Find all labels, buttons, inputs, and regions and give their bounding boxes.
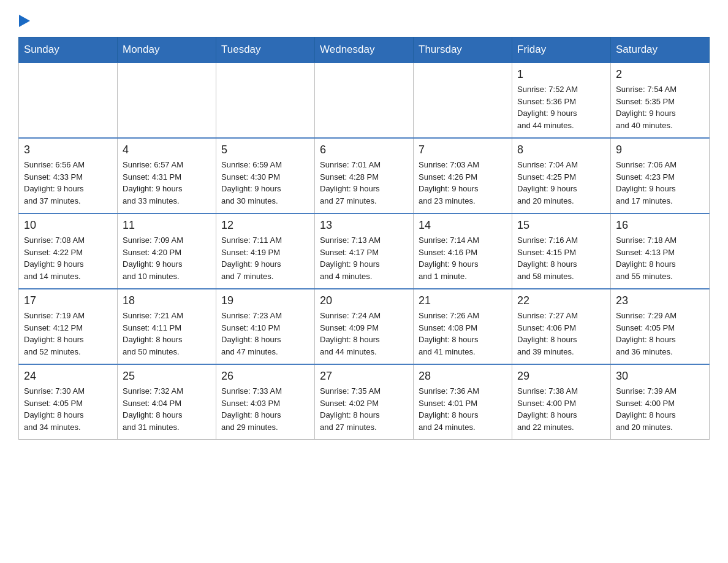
day-number: 30 — [616, 370, 704, 383]
day-number: 20 — [320, 294, 408, 307]
calendar-cell: 14Sunrise: 7:14 AM Sunset: 4:16 PM Dayli… — [414, 213, 512, 289]
calendar-cell: 23Sunrise: 7:29 AM Sunset: 4:05 PM Dayli… — [611, 289, 710, 364]
day-info: Sunrise: 6:56 AM Sunset: 4:33 PM Dayligh… — [24, 159, 112, 207]
day-number: 7 — [419, 144, 507, 156]
logo-triangle-icon — [19, 12, 31, 29]
day-info: Sunrise: 6:59 AM Sunset: 4:30 PM Dayligh… — [221, 159, 309, 207]
calendar-cell: 9Sunrise: 7:06 AM Sunset: 4:23 PM Daylig… — [611, 138, 710, 213]
day-number: 21 — [419, 294, 507, 307]
day-info: Sunrise: 7:14 AM Sunset: 4:16 PM Dayligh… — [419, 234, 507, 282]
day-info: Sunrise: 7:26 AM Sunset: 4:08 PM Dayligh… — [419, 310, 507, 358]
day-info: Sunrise: 7:08 AM Sunset: 4:22 PM Dayligh… — [24, 234, 112, 282]
weekday-header-sunday: Sunday — [19, 37, 118, 63]
svg-marker-0 — [19, 15, 30, 27]
logo-area — [18, 12, 32, 27]
calendar-cell — [216, 63, 315, 138]
day-info: Sunrise: 7:13 AM Sunset: 4:17 PM Dayligh… — [320, 234, 408, 282]
day-info: Sunrise: 7:38 AM Sunset: 4:00 PM Dayligh… — [517, 385, 605, 433]
day-info: Sunrise: 7:18 AM Sunset: 4:13 PM Dayligh… — [616, 234, 704, 282]
calendar-cell: 2Sunrise: 7:54 AM Sunset: 5:35 PM Daylig… — [611, 63, 710, 138]
day-number: 9 — [616, 144, 704, 156]
calendar-cell: 10Sunrise: 7:08 AM Sunset: 4:22 PM Dayli… — [19, 213, 118, 289]
day-number: 1 — [517, 68, 605, 81]
calendar-cell: 5Sunrise: 6:59 AM Sunset: 4:30 PM Daylig… — [216, 138, 315, 213]
calendar-cell: 7Sunrise: 7:03 AM Sunset: 4:26 PM Daylig… — [414, 138, 512, 213]
calendar-cell: 6Sunrise: 7:01 AM Sunset: 4:28 PM Daylig… — [315, 138, 414, 213]
day-info: Sunrise: 7:11 AM Sunset: 4:19 PM Dayligh… — [221, 234, 309, 282]
day-info: Sunrise: 7:27 AM Sunset: 4:06 PM Dayligh… — [517, 310, 605, 358]
day-info: Sunrise: 6:57 AM Sunset: 4:31 PM Dayligh… — [123, 159, 211, 207]
day-number: 15 — [517, 219, 605, 232]
calendar-cell — [19, 63, 118, 138]
day-info: Sunrise: 7:04 AM Sunset: 4:25 PM Dayligh… — [517, 159, 605, 207]
day-info: Sunrise: 7:19 AM Sunset: 4:12 PM Dayligh… — [24, 310, 112, 358]
day-number: 26 — [221, 370, 309, 383]
day-info: Sunrise: 7:54 AM Sunset: 5:35 PM Dayligh… — [616, 83, 704, 131]
week-row-5: 24Sunrise: 7:30 AM Sunset: 4:05 PM Dayli… — [19, 364, 710, 440]
day-info: Sunrise: 7:16 AM Sunset: 4:15 PM Dayligh… — [517, 234, 605, 282]
calendar-cell: 25Sunrise: 7:32 AM Sunset: 4:04 PM Dayli… — [118, 364, 216, 440]
calendar-cell: 1Sunrise: 7:52 AM Sunset: 5:36 PM Daylig… — [512, 63, 611, 138]
calendar-cell: 26Sunrise: 7:33 AM Sunset: 4:03 PM Dayli… — [216, 364, 315, 440]
day-info: Sunrise: 7:30 AM Sunset: 4:05 PM Dayligh… — [24, 385, 112, 433]
calendar-cell — [118, 63, 216, 138]
weekday-header-saturday: Saturday — [611, 37, 710, 63]
calendar-cell: 4Sunrise: 6:57 AM Sunset: 4:31 PM Daylig… — [118, 138, 216, 213]
day-number: 17 — [24, 294, 112, 307]
day-number: 4 — [123, 144, 211, 156]
day-info: Sunrise: 7:36 AM Sunset: 4:01 PM Dayligh… — [419, 385, 507, 433]
day-number: 6 — [320, 144, 408, 156]
day-info: Sunrise: 7:39 AM Sunset: 4:00 PM Dayligh… — [616, 385, 704, 433]
calendar-cell: 30Sunrise: 7:39 AM Sunset: 4:00 PM Dayli… — [611, 364, 710, 440]
day-info: Sunrise: 7:29 AM Sunset: 4:05 PM Dayligh… — [616, 310, 704, 358]
weekday-header-thursday: Thursday — [414, 37, 512, 63]
calendar-cell: 27Sunrise: 7:35 AM Sunset: 4:02 PM Dayli… — [315, 364, 414, 440]
day-info: Sunrise: 7:03 AM Sunset: 4:26 PM Dayligh… — [419, 159, 507, 207]
day-info: Sunrise: 7:35 AM Sunset: 4:02 PM Dayligh… — [320, 385, 408, 433]
weekday-header-monday: Monday — [118, 37, 216, 63]
calendar-cell: 15Sunrise: 7:16 AM Sunset: 4:15 PM Dayli… — [512, 213, 611, 289]
day-info: Sunrise: 7:06 AM Sunset: 4:23 PM Dayligh… — [616, 159, 704, 207]
day-number: 14 — [419, 219, 507, 232]
week-row-4: 17Sunrise: 7:19 AM Sunset: 4:12 PM Dayli… — [19, 289, 710, 364]
weekday-header-row: SundayMondayTuesdayWednesdayThursdayFrid… — [19, 37, 710, 63]
calendar-cell: 18Sunrise: 7:21 AM Sunset: 4:11 PM Dayli… — [118, 289, 216, 364]
day-number: 29 — [517, 370, 605, 383]
day-number: 8 — [517, 144, 605, 156]
weekday-header-tuesday: Tuesday — [216, 37, 315, 63]
day-number: 12 — [221, 219, 309, 232]
day-number: 10 — [24, 219, 112, 232]
calendar-cell — [315, 63, 414, 138]
calendar-cell: 3Sunrise: 6:56 AM Sunset: 4:33 PM Daylig… — [19, 138, 118, 213]
calendar-cell: 17Sunrise: 7:19 AM Sunset: 4:12 PM Dayli… — [19, 289, 118, 364]
day-number: 18 — [123, 294, 211, 307]
calendar-cell: 21Sunrise: 7:26 AM Sunset: 4:08 PM Dayli… — [414, 289, 512, 364]
calendar-cell: 28Sunrise: 7:36 AM Sunset: 4:01 PM Dayli… — [414, 364, 512, 440]
calendar-cell: 13Sunrise: 7:13 AM Sunset: 4:17 PM Dayli… — [315, 213, 414, 289]
week-row-2: 3Sunrise: 6:56 AM Sunset: 4:33 PM Daylig… — [19, 138, 710, 213]
day-info: Sunrise: 7:23 AM Sunset: 4:10 PM Dayligh… — [221, 310, 309, 358]
calendar-cell: 11Sunrise: 7:09 AM Sunset: 4:20 PM Dayli… — [118, 213, 216, 289]
week-row-1: 1Sunrise: 7:52 AM Sunset: 5:36 PM Daylig… — [19, 63, 710, 138]
day-info: Sunrise: 7:32 AM Sunset: 4:04 PM Dayligh… — [123, 385, 211, 433]
weekday-header-friday: Friday — [512, 37, 611, 63]
calendar-cell: 20Sunrise: 7:24 AM Sunset: 4:09 PM Dayli… — [315, 289, 414, 364]
day-number: 13 — [320, 219, 408, 232]
calendar-cell — [414, 63, 512, 138]
week-row-3: 10Sunrise: 7:08 AM Sunset: 4:22 PM Dayli… — [19, 213, 710, 289]
day-number: 3 — [24, 144, 112, 156]
calendar-cell: 29Sunrise: 7:38 AM Sunset: 4:00 PM Dayli… — [512, 364, 611, 440]
day-number: 22 — [517, 294, 605, 307]
day-number: 28 — [419, 370, 507, 383]
calendar-cell: 19Sunrise: 7:23 AM Sunset: 4:10 PM Dayli… — [216, 289, 315, 364]
day-info: Sunrise: 7:21 AM Sunset: 4:11 PM Dayligh… — [123, 310, 211, 358]
calendar-table: SundayMondayTuesdayWednesdayThursdayFrid… — [18, 37, 710, 440]
calendar-cell: 8Sunrise: 7:04 AM Sunset: 4:25 PM Daylig… — [512, 138, 611, 213]
day-number: 25 — [123, 370, 211, 383]
day-number: 24 — [24, 370, 112, 383]
day-number: 11 — [123, 219, 211, 232]
day-number: 2 — [616, 68, 704, 81]
calendar-cell: 16Sunrise: 7:18 AM Sunset: 4:13 PM Dayli… — [611, 213, 710, 289]
calendar-cell: 12Sunrise: 7:11 AM Sunset: 4:19 PM Dayli… — [216, 213, 315, 289]
weekday-header-wednesday: Wednesday — [315, 37, 414, 63]
